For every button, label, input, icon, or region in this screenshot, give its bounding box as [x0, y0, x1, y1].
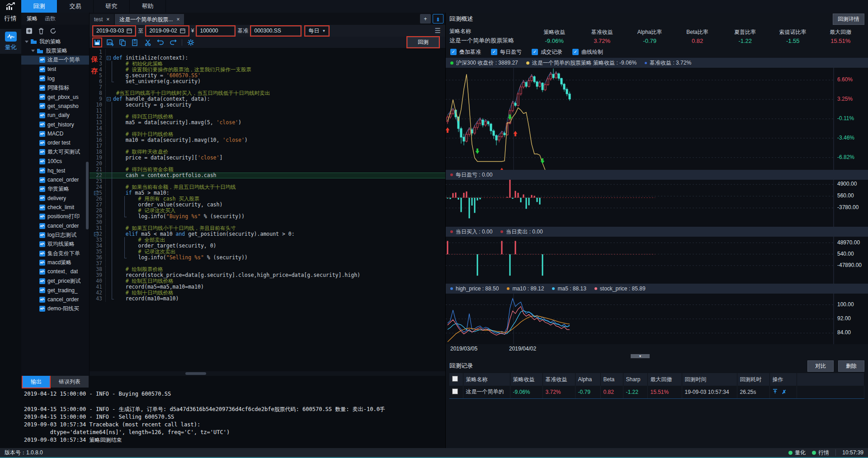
calendar-icon[interactable] — [127, 28, 132, 33]
record-row[interactable]: 这是一个简单的-9.06%3.72%-0.790.82-1.2215.51%19… — [449, 386, 864, 398]
scroll-handle[interactable]: ▼ — [631, 354, 650, 358]
sidebar-tab-函数[interactable]: 函数 — [45, 15, 56, 23]
tree-file[interactable]: test — [21, 65, 89, 74]
daily-pnl-chart[interactable]: 4900.00560.00-3780.00 — [446, 180, 868, 227]
code-line[interactable]: 36log.info("Selling %s" % (security)) — [90, 255, 445, 261]
code-line[interactable]: 6set_universe(g.security) — [90, 79, 445, 84]
delete-record-icon[interactable]: ✗ — [782, 389, 787, 395]
start-date-input[interactable]: 2019-03-03 — [93, 26, 135, 36]
tree-file[interactable]: context、dat — [21, 267, 89, 276]
run-backtest-button[interactable]: 回测 — [407, 37, 439, 47]
checkbox-成交记录[interactable]: ✓成交记录 — [532, 48, 562, 56]
tree-file[interactable]: MACD — [21, 129, 89, 138]
current-code-line[interactable]: 22cash = context.portfolio.cash — [90, 173, 445, 178]
code-line[interactable]: 19price = data[security]['close'] — [90, 155, 445, 161]
col-header[interactable]: 操作 — [769, 373, 797, 386]
menu-回测[interactable]: 回测 — [21, 0, 57, 13]
rail-market-nav[interactable]: 行情 — [5, 14, 17, 23]
cut-button[interactable] — [144, 38, 152, 47]
col-header[interactable]: Sharp — [623, 373, 647, 386]
checkbox-曲线绘制[interactable]: ✓曲线绘制 — [572, 48, 603, 56]
sidebar-scrollbar[interactable] — [86, 162, 89, 229]
tree-file[interactable]: cancel_order — [21, 175, 89, 184]
tree-file[interactable]: 华贯策略 — [21, 184, 89, 193]
col-header[interactable]: Alpha — [575, 373, 600, 386]
fold-toggle-icon[interactable]: − — [107, 56, 111, 60]
copy-button[interactable] — [118, 38, 127, 47]
tree-file[interactable]: 双均线策略 — [21, 240, 89, 249]
col-header[interactable]: 回测耗时 — [737, 373, 769, 386]
checkbox-每日盈亏[interactable]: ✓每日盈亏 — [491, 48, 522, 56]
save-as-button[interactable] — [106, 38, 114, 47]
tree-file[interactable]: get_snapsho — [21, 102, 89, 111]
export-record-icon[interactable] — [773, 389, 778, 395]
tree-file[interactable]: check_limit — [21, 203, 89, 212]
code-line[interactable]: 29log.info("Buying %s" % (security)) — [90, 214, 445, 220]
tree-file[interactable]: 阿隆指标 — [21, 83, 89, 92]
tree-file[interactable]: get_pbox_us — [21, 92, 89, 101]
editor-tab[interactable]: test× — [90, 14, 114, 25]
frequency-select[interactable]: 每日 ▼ — [305, 26, 329, 36]
col-header[interactable]: 策略名称 — [463, 373, 510, 386]
new-strategy-icon[interactable] — [26, 28, 33, 34]
return-candlestick-chart[interactable]: 6.60%3.25%-0.11%-3.46%-6.82% — [446, 68, 868, 170]
editor-hscrollbar[interactable] — [90, 371, 445, 376]
code-line[interactable]: 13ma5 = data[security].mavg(5, 'close') — [90, 120, 445, 126]
tree-file[interactable]: delivery — [21, 194, 89, 203]
fold-toggle-icon[interactable]: − — [107, 97, 111, 101]
price-lines-chart[interactable]: 100.0092.0084.00 — [446, 294, 868, 344]
tree-folder[interactable]: 股票策略 — [21, 46, 89, 55]
col-header[interactable]: 策略收益 — [510, 373, 542, 386]
menu-交易[interactable]: 交易 — [57, 0, 94, 13]
fold-toggle-icon[interactable]: − — [94, 191, 98, 195]
tree-file[interactable]: log日志测试 — [21, 230, 89, 239]
close-tab-icon[interactable]: × — [176, 16, 179, 23]
rail-quant-nav[interactable]: 量化 — [0, 29, 21, 54]
end-date-input[interactable]: 2019-09-02 — [146, 26, 188, 36]
editor-tab[interactable]: 这是一个简单的股票...× — [115, 14, 184, 25]
backtest-detail-button[interactable]: 回测详情 — [833, 14, 864, 25]
tree-file[interactable]: demo-阳线买 — [21, 304, 89, 313]
delete-strategy-icon[interactable] — [38, 28, 44, 34]
calendar-icon[interactable] — [180, 28, 185, 33]
col-header[interactable]: 基准收益 — [542, 373, 575, 386]
output-tab-错误列表[interactable]: 错误列表 — [51, 376, 89, 388]
tree-file[interactable]: 100cs — [21, 157, 89, 166]
fold-toggle-icon[interactable]: − — [94, 232, 98, 236]
code-line[interactable]: 43record(ma10=ma10) — [90, 296, 445, 302]
code-area[interactable]: 12−def initialize(context):3# 初始化此策略4# 设… — [90, 48, 445, 371]
tree-file[interactable]: cancel_order — [21, 221, 89, 230]
code-line[interactable]: 10security = g.security — [90, 102, 445, 108]
menu-帮助[interactable]: 帮助 — [130, 0, 166, 13]
daily-trade-chart[interactable]: 48970.00540.00-47890.00 — [446, 237, 868, 284]
tree-file[interactable]: get_trading_ — [21, 286, 89, 295]
settings-gear-icon[interactable] — [187, 38, 195, 47]
records-对比-button[interactable]: 对比 — [807, 360, 834, 372]
tree-file[interactable]: macd策略 — [21, 258, 89, 267]
records-删除-button[interactable]: 删除 — [838, 360, 864, 372]
tree-file[interactable]: cancel_order — [21, 295, 89, 304]
expand-panel-button[interactable]: ▲▲ — [433, 14, 443, 23]
add-tab-button[interactable]: + — [420, 14, 431, 23]
tree-file[interactable]: get_price测试 — [21, 276, 89, 285]
benchmark-input[interactable]: 000300.SS — [251, 26, 301, 36]
tree-file[interactable]: 集合竞价下单 — [21, 249, 89, 258]
col-header[interactable]: Beta — [600, 373, 623, 386]
output-tab-输出[interactable]: 输出 — [23, 376, 50, 388]
tree-file[interactable]: 这是一个简单 — [21, 56, 89, 65]
tree-file[interactable]: 最大可买测试 — [21, 148, 89, 157]
tree-file[interactable]: log — [21, 74, 89, 83]
app-logo[interactable] — [0, 0, 21, 13]
tree-folder[interactable]: 我的策略 — [21, 37, 89, 46]
col-header[interactable]: 回测时间 — [682, 373, 737, 386]
tree-file[interactable]: run_daily — [21, 111, 89, 120]
sidebar-tab-策略[interactable]: 策略 — [27, 15, 38, 23]
menu-研究[interactable]: 研究 — [94, 0, 130, 13]
redo-button[interactable] — [169, 38, 177, 47]
tree-file[interactable]: positions打印 — [21, 212, 89, 221]
select-all-checkbox[interactable] — [452, 376, 458, 382]
initial-cash-input[interactable]: 100000 — [197, 26, 235, 36]
checkbox-叠加基准[interactable]: ✓叠加基准 — [450, 48, 481, 56]
tree-file[interactable]: hq_test — [21, 166, 89, 175]
close-tab-icon[interactable]: × — [106, 16, 109, 23]
